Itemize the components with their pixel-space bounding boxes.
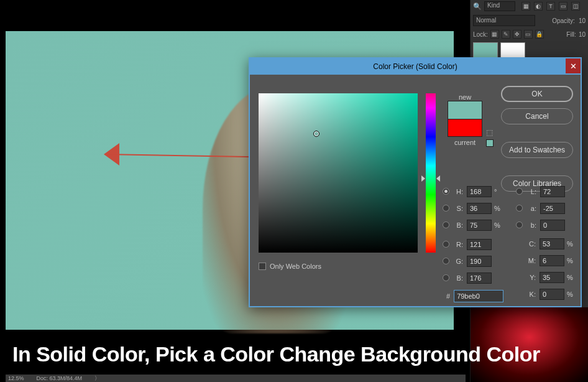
- b-lab-input[interactable]: [540, 220, 565, 231]
- radio-b-lab[interactable]: [516, 221, 523, 228]
- a-label: a:: [526, 205, 536, 212]
- close-button[interactable]: ✕: [566, 58, 581, 73]
- dialog-titlebar[interactable]: Color Picker (Solid Color) ✕: [250, 58, 581, 75]
- b-hsb-unit: %: [494, 221, 502, 229]
- layer-kind-filter[interactable]: Kind: [484, 1, 515, 11]
- b-hsb-input[interactable]: [467, 220, 492, 231]
- b-hsb-label: B:: [453, 221, 463, 229]
- lock-label: Lock:: [473, 31, 488, 38]
- lock-pixels-icon[interactable]: ✎: [502, 30, 510, 39]
- m-input[interactable]: [540, 255, 564, 266]
- y-input[interactable]: [540, 272, 564, 283]
- b-lab-label: b:: [526, 221, 536, 229]
- k-input[interactable]: [540, 289, 564, 300]
- filter-pixel-icon[interactable]: ▦: [521, 2, 530, 11]
- radio-g[interactable]: [443, 258, 449, 264]
- a-input[interactable]: [540, 203, 565, 214]
- c-input[interactable]: [540, 238, 564, 249]
- l-label: L:: [526, 188, 536, 195]
- b-rgb-label: B:: [453, 274, 463, 282]
- filter-type-icon[interactable]: T: [546, 2, 555, 11]
- lock-artboard-icon[interactable]: ▭: [524, 30, 533, 39]
- new-color-swatch: [448, 101, 482, 119]
- filter-adjust-icon[interactable]: ◐: [534, 2, 543, 11]
- radio-a[interactable]: [516, 205, 523, 212]
- g-input[interactable]: [467, 256, 492, 267]
- ok-button[interactable]: OK: [501, 86, 573, 102]
- cancel-button[interactable]: Cancel: [501, 108, 573, 124]
- lock-position-icon[interactable]: ✥: [513, 30, 521, 39]
- hue-slider-pointer-right: [436, 175, 440, 182]
- radio-s[interactable]: [443, 205, 449, 212]
- radio-b-hsb[interactable]: [443, 221, 449, 228]
- gamut-warning-icon[interactable]: ⬚: [486, 128, 495, 137]
- add-to-swatches-button[interactable]: Add to Swatches: [501, 142, 573, 158]
- hex-label: #: [446, 292, 450, 300]
- k-label: K:: [526, 291, 536, 298]
- lock-all-icon[interactable]: 🔒: [535, 30, 544, 39]
- m-label: M:: [526, 257, 536, 264]
- tutorial-caption: In Solid Color, Pick a Color Change Back…: [12, 342, 540, 366]
- fill-label: Fill:: [566, 31, 576, 38]
- k-unit: %: [567, 291, 574, 298]
- websafe-swatch[interactable]: [486, 139, 494, 147]
- filter-smart-icon[interactable]: ◫: [571, 2, 580, 11]
- web-colors-label: Only Web Colors: [270, 263, 321, 270]
- s-label: S:: [453, 205, 463, 212]
- blend-mode-select[interactable]: Normal: [473, 15, 535, 26]
- h-unit: °: [494, 188, 502, 195]
- cmyk-fields: C: % M: % Y: % K: %: [526, 235, 574, 302]
- lab-fields: L: a: b:: [516, 183, 565, 233]
- opacity-label: Opacity:: [552, 17, 575, 24]
- hue-slider[interactable]: [426, 93, 436, 253]
- saturation-value-field[interactable]: [259, 93, 418, 253]
- g-label: G:: [453, 258, 463, 265]
- s-unit: %: [494, 205, 502, 212]
- dialog-title: Color Picker (Solid Color): [373, 62, 457, 71]
- radio-l[interactable]: [516, 188, 523, 195]
- status-bar: 12.5% Doc: 63.3M/84.4M 〉: [6, 375, 466, 382]
- h-input[interactable]: [467, 186, 492, 197]
- r-label: R:: [453, 241, 463, 248]
- l-input[interactable]: [540, 186, 565, 197]
- zoom-level[interactable]: 12.5%: [8, 375, 24, 381]
- h-label: H:: [453, 188, 463, 195]
- y-unit: %: [567, 274, 574, 281]
- doc-size: Doc: 63.3M/84.4M: [37, 375, 83, 381]
- y-label: Y:: [526, 274, 536, 281]
- r-input[interactable]: [467, 239, 492, 250]
- hue-slider-pointer-left: [421, 175, 425, 182]
- sv-picker-handle[interactable]: [313, 131, 319, 137]
- color-picker-dialog: Color Picker (Solid Color) ✕ new current…: [249, 57, 582, 307]
- web-colors-checkbox[interactable]: [259, 263, 266, 270]
- status-chevron-icon[interactable]: 〉: [94, 375, 100, 383]
- c-label: C:: [526, 240, 536, 248]
- m-unit: %: [567, 257, 574, 264]
- lock-transparency-icon[interactable]: ▦: [490, 30, 499, 39]
- search-icon: 🔍: [473, 2, 482, 11]
- new-color-label: new: [448, 93, 482, 101]
- radio-h[interactable]: [443, 188, 449, 195]
- fill-value[interactable]: 10: [579, 31, 586, 38]
- radio-r[interactable]: [443, 241, 449, 248]
- current-color-label: current: [448, 139, 482, 146]
- s-input[interactable]: [467, 203, 492, 214]
- current-color-swatch[interactable]: [448, 119, 482, 137]
- c-unit: %: [567, 240, 574, 248]
- hsb-rgb-fields: H: ° S: % B: % R:: [443, 183, 502, 286]
- filter-shape-icon[interactable]: ▭: [559, 2, 567, 11]
- opacity-value[interactable]: 10: [579, 17, 586, 24]
- radio-b-rgb[interactable]: [443, 274, 449, 281]
- b-rgb-input[interactable]: [467, 273, 492, 284]
- hex-input[interactable]: [454, 290, 503, 302]
